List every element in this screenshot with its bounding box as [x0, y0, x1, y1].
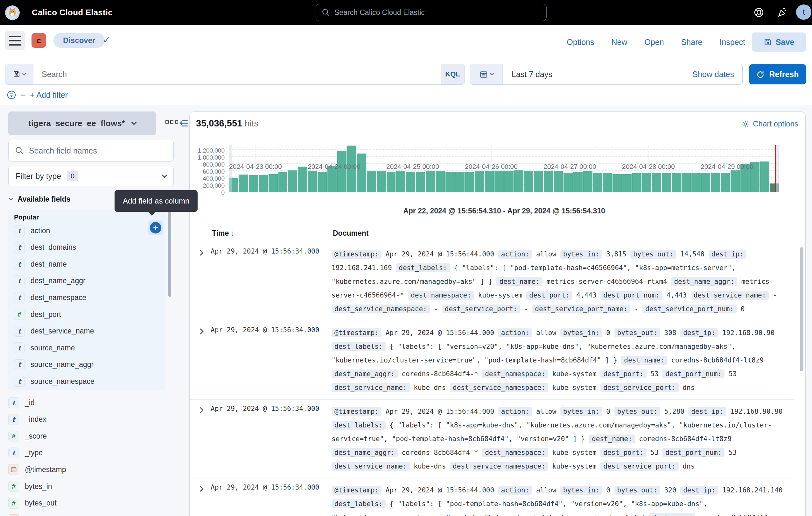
histogram-bar[interactable]: [760, 162, 770, 192]
field-item-dest_domains[interactable]: tdest_domains: [14, 239, 154, 256]
expand-row-icon[interactable]: [198, 250, 203, 255]
histogram-bar[interactable]: [436, 171, 445, 192]
histogram-bar[interactable]: [426, 171, 435, 192]
histogram-bar[interactable]: [308, 171, 317, 192]
histogram-bar[interactable]: [288, 170, 297, 192]
histogram-bar[interactable]: [318, 172, 327, 192]
histogram-bar[interactable]: [259, 175, 268, 192]
histogram-bar[interactable]: [396, 171, 405, 192]
field-item-dest_name_aggr[interactable]: tdest_name_aggr: [14, 273, 154, 289]
histogram-bar[interactable]: [583, 171, 592, 192]
query-input[interactable]: Search KQL: [5, 64, 465, 85]
global-search-input[interactable]: Search Calico Cloud Elastic: [316, 4, 547, 21]
field-item-source_name[interactable]: tsource_name: [14, 340, 154, 356]
histogram-bar[interactable]: [593, 173, 602, 192]
histogram-bar[interactable]: [504, 171, 514, 192]
filter-icon[interactable]: [6, 90, 17, 100]
save-button[interactable]: Save: [752, 32, 806, 52]
date-quick-menu-button[interactable]: [470, 64, 503, 84]
field-item-source_namespace[interactable]: tsource_namespace: [14, 373, 154, 389]
field-item-_score[interactable]: #_score: [8, 428, 148, 444]
help-icon[interactable]: [753, 7, 764, 18]
histogram-bar[interactable]: [652, 173, 661, 192]
sidebar-scrollbar[interactable]: [168, 210, 171, 297]
refresh-button[interactable]: Refresh: [749, 64, 806, 84]
field-item-dest_port[interactable]: #dest_port: [14, 306, 154, 323]
time-column-header[interactable]: Time ↓: [212, 229, 234, 238]
histogram-bar[interactable]: [406, 172, 415, 192]
histogram-bar[interactable]: [445, 172, 455, 192]
collapse-sidebar-icon[interactable]: [178, 118, 189, 129]
expand-row-icon[interactable]: [198, 407, 203, 413]
field-search-input[interactable]: Search field names: [8, 140, 174, 162]
histogram-bar[interactable]: [730, 170, 740, 192]
table-scrollbar[interactable]: [800, 247, 804, 372]
histogram-bar[interactable]: [554, 171, 563, 192]
field-item-@timestamp[interactable]: @timestamp: [8, 461, 148, 478]
histogram-bar[interactable]: [721, 173, 730, 192]
field-item-dest_ip[interactable]: IPdest_ip: [8, 512, 148, 516]
field-item-_index[interactable]: t_index: [8, 411, 148, 428]
histogram-bar[interactable]: [672, 173, 681, 192]
histogram-bar[interactable]: [386, 172, 396, 192]
space-badge[interactable]: c: [31, 33, 46, 48]
field-item-bytes_out[interactable]: #bytes_out: [8, 495, 148, 512]
field-item-_type[interactable]: t_type: [8, 445, 148, 461]
menu-button[interactable]: [5, 31, 25, 50]
histogram-bar[interactable]: [642, 173, 651, 192]
time-range-value[interactable]: Last 7 days: [512, 70, 692, 79]
histogram-bar[interactable]: [475, 171, 484, 192]
histogram-bar[interactable]: [416, 172, 425, 192]
field-item-dest_name[interactable]: tdest_name: [14, 256, 154, 272]
nav-link-options[interactable]: Options: [567, 37, 594, 47]
breadcrumb-discover[interactable]: Discover: [54, 33, 105, 48]
expand-row-icon[interactable]: [198, 328, 203, 334]
histogram-bar[interactable]: [357, 154, 366, 192]
field-item-dest_service_name[interactable]: tdest_service_name: [14, 323, 154, 340]
field-item-_id[interactable]: t_id: [8, 394, 148, 411]
field-item-bytes_in[interactable]: #bytes_in: [8, 478, 148, 495]
histogram-bar[interactable]: [632, 173, 641, 192]
histogram-bar[interactable]: [239, 174, 248, 192]
histogram-bar[interactable]: [711, 173, 720, 192]
histogram-bar[interactable]: [701, 173, 710, 192]
histogram-bar[interactable]: [377, 171, 386, 192]
histogram-bar[interactable]: [465, 172, 474, 192]
histogram-bar[interactable]: [298, 167, 307, 192]
histogram-bar[interactable]: [563, 173, 573, 192]
add-field-as-column-button[interactable]: +: [148, 220, 163, 235]
field-filter-options-icon[interactable]: [166, 120, 178, 124]
histogram-bar[interactable]: [612, 174, 622, 192]
date-picker[interactable]: Last 7 days Show dates: [470, 64, 743, 85]
add-filter-link[interactable]: + Add filter: [30, 90, 68, 100]
nav-link-inspect[interactable]: Inspect: [719, 37, 745, 47]
histogram-bar[interactable]: [603, 173, 612, 192]
kql-button[interactable]: KQL: [441, 64, 464, 84]
index-pattern-selector[interactable]: tigera_secure_ee_flows*: [8, 111, 156, 135]
histogram-bar[interactable]: [691, 173, 701, 192]
histogram-bar[interactable]: [524, 171, 533, 192]
field-item-source_name_aggr[interactable]: tsource_name_aggr: [14, 356, 154, 373]
histogram-bar[interactable]: [249, 175, 258, 192]
histogram-bar[interactable]: [367, 171, 376, 192]
field-item-dest_namespace[interactable]: tdest_namespace: [14, 289, 154, 306]
histogram-bar[interactable]: [337, 151, 347, 192]
histogram-bar[interactable]: [514, 170, 523, 192]
histogram-bar[interactable]: [573, 172, 583, 192]
field-item-action[interactable]: taction: [14, 222, 154, 239]
histogram-bar[interactable]: [485, 171, 494, 192]
histogram-bar[interactable]: [534, 171, 543, 192]
available-fields-header[interactable]: Available fields: [9, 195, 70, 203]
saved-query-menu-button[interactable]: [5, 64, 33, 84]
histogram-bar[interactable]: [662, 173, 671, 192]
histogram-bar[interactable]: [455, 172, 465, 192]
news-feed-icon[interactable]: [777, 7, 788, 18]
expand-row-icon[interactable]: [198, 486, 203, 491]
nav-link-share[interactable]: Share: [681, 37, 702, 47]
nav-link-open[interactable]: Open: [645, 37, 664, 47]
histogram-bar[interactable]: [494, 171, 504, 192]
histogram-bar[interactable]: [622, 174, 632, 192]
nav-link-new[interactable]: New: [611, 37, 627, 47]
user-avatar[interactable]: t: [796, 4, 811, 20]
filter-by-type-dropdown[interactable]: Filter by type 0: [8, 166, 174, 186]
